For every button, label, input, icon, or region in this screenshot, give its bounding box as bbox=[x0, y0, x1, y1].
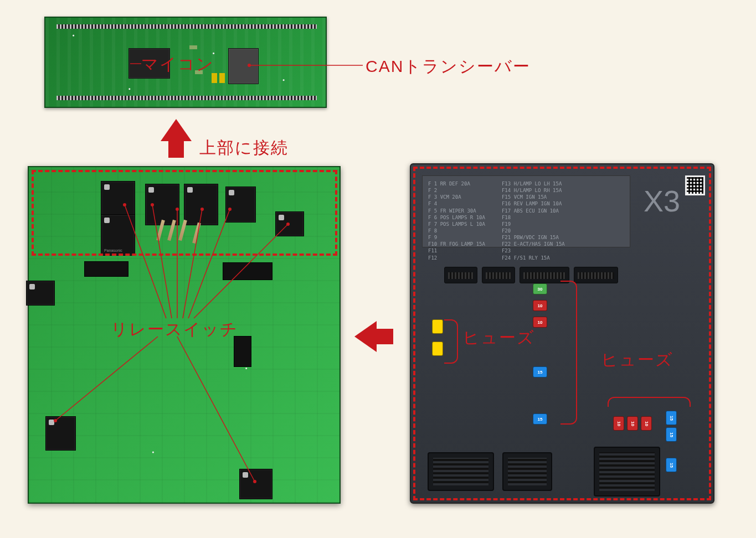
mcu-label: マイコン bbox=[141, 53, 214, 76]
fuse bbox=[432, 319, 443, 334]
large-connector bbox=[594, 447, 660, 496]
arrow-left-icon bbox=[354, 321, 377, 352]
relay-switch bbox=[275, 211, 304, 236]
fuse-legend-panel: F 1 RR DEF 20AF 2F 3 VCM 20AF 4F 5 FR WI… bbox=[422, 175, 630, 247]
large-connector bbox=[428, 452, 494, 491]
fuse: 15 bbox=[666, 458, 677, 472]
pin-header bbox=[56, 24, 317, 29]
fuse: 15 bbox=[533, 413, 547, 425]
connector bbox=[223, 262, 272, 280]
relay-switch bbox=[225, 187, 256, 223]
fuse: 15 bbox=[666, 411, 677, 425]
fuse: 10 bbox=[641, 416, 652, 431]
brace-icon bbox=[608, 397, 691, 407]
fuse: 10 bbox=[533, 300, 547, 311]
capacitor bbox=[219, 73, 225, 83]
relay-switch bbox=[45, 416, 76, 451]
fuse-label-left: ヒューズ bbox=[462, 327, 535, 349]
qr-code-icon bbox=[685, 175, 705, 195]
can-transceiver-chip bbox=[228, 48, 259, 84]
connect-top-label: 上部に接続 bbox=[199, 137, 289, 159]
fuse: 15 bbox=[533, 366, 547, 377]
can-label: CANトランシーバー bbox=[366, 55, 531, 78]
fusebox-model: X3 bbox=[644, 184, 680, 218]
brace-icon bbox=[560, 281, 577, 425]
relay-label: リレースイッチ bbox=[111, 318, 238, 341]
connector bbox=[84, 261, 128, 277]
fuse: 15 bbox=[666, 427, 677, 442]
relay-switch bbox=[145, 184, 179, 225]
relay-switch bbox=[184, 184, 218, 225]
fuse: 10 bbox=[627, 416, 638, 431]
resistor bbox=[178, 220, 187, 241]
fuse: 30 bbox=[533, 283, 547, 294]
fuse-legend-col-right: F13 H/LAMP LO LH 15AF14 H/LAMP LO RH 15A… bbox=[502, 180, 565, 242]
smd-component bbox=[189, 45, 197, 49]
connector-slot bbox=[444, 267, 477, 283]
fuse: 10 bbox=[533, 317, 547, 328]
relay-switch bbox=[239, 469, 272, 499]
brace-icon bbox=[444, 319, 458, 364]
fuse-box: F 1 RR DEF 20AF 2F 3 VCM 20AF 4F 5 FR WI… bbox=[410, 163, 714, 504]
arrow-up-icon bbox=[161, 119, 192, 141]
connector-row bbox=[444, 267, 618, 283]
fuse-label-right: ヒューズ bbox=[601, 349, 673, 371]
connector-slot bbox=[574, 267, 618, 283]
pcb-fusebox-diagram: マイコン CANトランシーバー 上部に接続 リレースイッチ F 1 RR DE bbox=[0, 0, 756, 538]
fuse: 10 bbox=[613, 416, 624, 431]
pin-header bbox=[56, 96, 317, 100]
resistor bbox=[192, 223, 201, 244]
connector-slot bbox=[482, 267, 515, 283]
fuse bbox=[432, 342, 443, 356]
large-connector bbox=[502, 452, 552, 491]
relay-switch bbox=[26, 281, 55, 306]
relay-switch bbox=[101, 214, 135, 256]
fuse-legend-col-left: F 1 RR DEF 20AF 2F 3 VCM 20AF 4F 5 FR WI… bbox=[428, 180, 485, 242]
